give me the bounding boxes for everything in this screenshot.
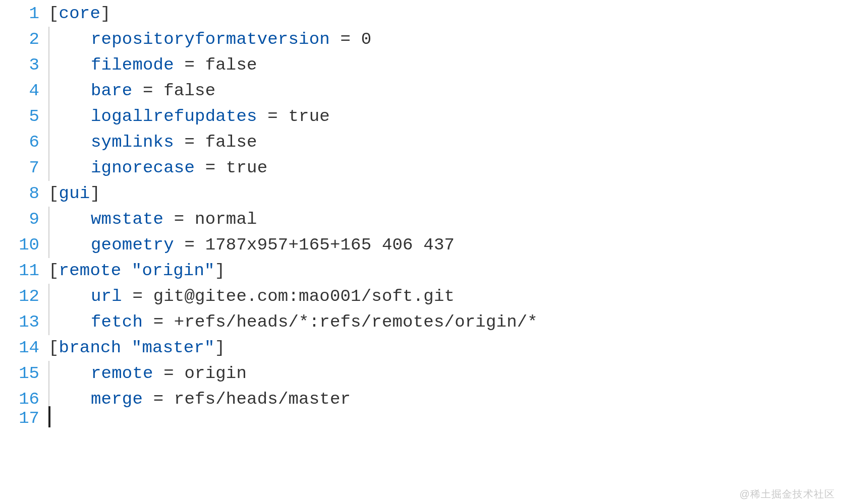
- indent-guide: [48, 27, 69, 52]
- bracket-close: ]: [100, 4, 111, 23]
- config-value: normal: [195, 210, 257, 229]
- code-line[interactable]: 2repositoryformatversion = 0: [0, 27, 842, 52]
- code-content[interactable]: [branch "master"]: [48, 335, 225, 361]
- equals-sign: =: [132, 81, 163, 100]
- config-value: 0: [361, 30, 372, 49]
- code-line[interactable]: 15remote = origin: [0, 361, 842, 387]
- equals-sign: =: [143, 390, 174, 409]
- config-key: filemode: [91, 55, 174, 75]
- config-value: refs/heads/master: [174, 390, 351, 409]
- code-line[interactable]: 4bare = false: [0, 78, 842, 104]
- indent-guide: [48, 130, 69, 155]
- config-key: logallrefupdates: [91, 107, 257, 126]
- equals-sign: =: [174, 235, 205, 255]
- bracket-close: ]: [215, 261, 226, 280]
- line-number: 5: [0, 104, 48, 130]
- code-content[interactable]: remote = origin: [69, 361, 247, 387]
- code-line[interactable]: 17: [0, 412, 842, 424]
- indent-guide: [48, 104, 69, 130]
- indent-guide: [48, 181, 69, 207]
- equals-sign: =: [122, 287, 153, 306]
- code-line[interactable]: 9wmstate = normal: [0, 207, 842, 232]
- equals-sign: =: [143, 312, 174, 332]
- code-line[interactable]: 6symlinks = false: [0, 130, 842, 155]
- indent-guide: [48, 412, 69, 424]
- line-number: 7: [0, 155, 48, 181]
- code-content[interactable]: geometry = 1787x957+165+165 406 437: [69, 232, 455, 258]
- code-line[interactable]: 16merge = refs/heads/master: [0, 387, 842, 412]
- code-line[interactable]: 10geometry = 1787x957+165+165 406 437: [0, 232, 842, 258]
- config-value: false: [205, 133, 257, 152]
- line-number: 4: [0, 78, 48, 104]
- config-key: bare: [91, 81, 132, 100]
- equals-sign: =: [174, 133, 205, 152]
- indent-guide: [48, 78, 69, 104]
- config-key: ignorecase: [91, 158, 195, 177]
- code-content[interactable]: repositoryformatversion = 0: [69, 27, 371, 52]
- line-number: 9: [0, 207, 48, 232]
- config-key: geometry: [91, 235, 174, 255]
- equals-sign: =: [163, 210, 195, 229]
- line-number: 13: [0, 309, 48, 335]
- code-content[interactable]: url = git@gitee.com:mao001/soft.git: [69, 284, 455, 309]
- line-number: 1: [0, 1, 48, 27]
- line-number: 17: [0, 412, 48, 424]
- config-value: +refs/heads/*:refs/remotes/origin/*: [174, 312, 538, 332]
- indent-guide: [48, 207, 69, 232]
- code-line[interactable]: 7ignorecase = true: [0, 155, 842, 181]
- code-content[interactable]: [remote "origin"]: [48, 258, 225, 284]
- code-line[interactable]: 11[remote "origin"]: [0, 258, 842, 284]
- code-content[interactable]: bare = false: [69, 78, 215, 104]
- config-value: origin: [184, 364, 247, 383]
- config-key: merge: [91, 390, 143, 409]
- equals-sign: =: [153, 364, 185, 383]
- indent-guide: [48, 387, 69, 412]
- config-key: repositoryformatversion: [91, 30, 330, 49]
- code-content[interactable]: merge = refs/heads/master: [69, 387, 351, 412]
- config-value: 1787x957+165+165 406 437: [205, 235, 455, 255]
- line-number: 3: [0, 52, 48, 78]
- code-editor[interactable]: 1[core]2repositoryformatversion = 03file…: [0, 0, 842, 424]
- code-line[interactable]: 1[core]: [0, 1, 842, 27]
- code-content[interactable]: wmstate = normal: [69, 207, 257, 232]
- line-number: 11: [0, 258, 48, 284]
- code-line[interactable]: 3filemode = false: [0, 52, 842, 78]
- line-number: 6: [0, 130, 48, 155]
- indent-guide: [48, 335, 69, 361]
- indent-guide: [48, 309, 69, 335]
- config-value: false: [163, 81, 215, 100]
- code-line[interactable]: 5logallrefupdates = true: [0, 104, 842, 130]
- code-content[interactable]: symlinks = false: [69, 130, 257, 155]
- config-key: remote: [91, 364, 153, 383]
- equals-sign: =: [330, 30, 361, 49]
- equals-sign: =: [195, 158, 226, 177]
- line-number: 8: [0, 181, 48, 207]
- section-name: remote "origin": [59, 261, 215, 280]
- indent-guide: [48, 232, 69, 258]
- line-number: 15: [0, 361, 48, 387]
- config-key: symlinks: [91, 133, 174, 152]
- indent-guide: [48, 1, 69, 27]
- indent-guide: [48, 361, 69, 387]
- indent-guide: [48, 155, 69, 181]
- code-content[interactable]: filemode = false: [69, 52, 257, 78]
- bracket-close: ]: [215, 338, 226, 357]
- equals-sign: =: [174, 55, 205, 75]
- code-line[interactable]: 14[branch "master"]: [0, 335, 842, 361]
- code-line[interactable]: 13fetch = +refs/heads/*:refs/remotes/ori…: [0, 309, 842, 335]
- text-cursor: [48, 406, 50, 427]
- config-key: wmstate: [91, 210, 163, 229]
- equals-sign: =: [257, 107, 289, 126]
- code-line[interactable]: 8[gui]: [0, 181, 842, 207]
- code-line[interactable]: 12url = git@gitee.com:mao001/soft.git: [0, 284, 842, 309]
- config-value: false: [205, 55, 257, 75]
- line-number: 10: [0, 232, 48, 258]
- code-content[interactable]: ignorecase = true: [69, 155, 267, 181]
- code-content[interactable]: logallrefupdates = true: [69, 104, 330, 130]
- config-value: true: [288, 107, 329, 126]
- config-key: url: [91, 287, 122, 306]
- bracket-close: ]: [90, 184, 100, 203]
- watermark-label: @稀土掘金技术社区: [740, 487, 835, 501]
- code-content[interactable]: fetch = +refs/heads/*:refs/remotes/origi…: [69, 309, 538, 335]
- line-number: 12: [0, 284, 48, 309]
